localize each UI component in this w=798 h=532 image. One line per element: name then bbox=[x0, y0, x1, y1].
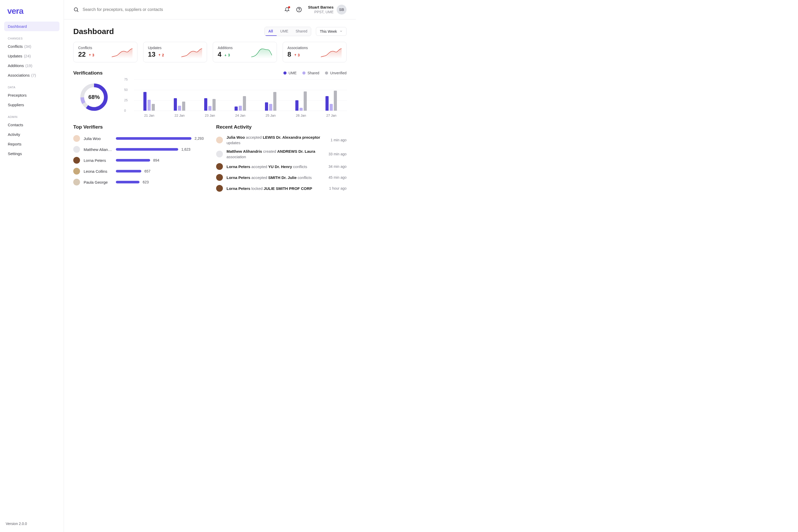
bar bbox=[269, 104, 272, 111]
sidebar-item-count: (7) bbox=[31, 73, 36, 77]
sidebar-section-label: CHANGES bbox=[4, 31, 59, 41]
sidebar-item-activity[interactable]: Activity bbox=[4, 130, 59, 139]
sidebar-item-updates[interactable]: Updates(24) bbox=[4, 51, 59, 61]
stat-card-conflicts[interactable]: Conflicts22 3 bbox=[73, 42, 137, 62]
version-label: Version 2.0.0 bbox=[4, 519, 59, 527]
x-label: 22 Jan bbox=[174, 114, 185, 117]
sidebar-item-count: (19) bbox=[25, 63, 33, 68]
bar bbox=[300, 108, 303, 111]
verifications-title: Verifications bbox=[73, 70, 102, 76]
sidebar-item-label: Settings bbox=[8, 151, 22, 156]
y-tick: 75 bbox=[124, 78, 128, 81]
bar-group bbox=[234, 96, 246, 111]
x-label: 27 Jan bbox=[326, 114, 336, 117]
stat-card-updates[interactable]: Updates13 2 bbox=[143, 42, 207, 62]
topbar: Stuart Barnes PPST, UME SB bbox=[64, 0, 356, 19]
range-select[interactable]: This Week bbox=[316, 27, 346, 36]
sparkline-icon bbox=[236, 46, 272, 58]
bar bbox=[234, 107, 238, 111]
sidebar-item-dashboard[interactable]: Dashboard bbox=[4, 22, 59, 31]
activity-text: Matthew AlihandriscreatedANDREWS Dr. Lau… bbox=[227, 149, 325, 159]
verifier-row[interactable]: Julia Woo2,293 bbox=[73, 133, 204, 144]
verifier-bar bbox=[116, 159, 150, 162]
bar bbox=[148, 100, 151, 111]
sparkline-icon bbox=[97, 46, 132, 58]
svg-line-1 bbox=[77, 11, 78, 12]
search-input[interactable] bbox=[82, 7, 279, 12]
activity-row[interactable]: Julia WooacceptedLEWIS Dr. Alexandra pre… bbox=[216, 133, 346, 147]
verification-donut: 68% bbox=[73, 79, 115, 116]
user-menu[interactable]: Stuart Barnes PPST, UME SB bbox=[308, 5, 346, 15]
verifier-row[interactable]: Matthew Aliandr...1,623 bbox=[73, 144, 204, 155]
stat-label: Conflicts bbox=[78, 46, 94, 50]
avatar bbox=[216, 137, 223, 144]
svg-point-0 bbox=[74, 8, 78, 11]
activity-row[interactable]: Matthew AlihandriscreatedANDREWS Dr. Lau… bbox=[216, 147, 346, 161]
verifier-bar bbox=[116, 137, 191, 140]
verifier-row[interactable]: Paula George623 bbox=[73, 177, 204, 188]
stat-card-additions[interactable]: Additions4 3 bbox=[213, 42, 277, 62]
sidebar-item-settings[interactable]: Settings bbox=[4, 149, 59, 158]
activity-row[interactable]: Lorna PetersacceptedSMITH Dr. Julieconfl… bbox=[216, 172, 346, 183]
verifier-bar bbox=[116, 170, 141, 172]
sidebar-item-conflicts[interactable]: Conflicts(34) bbox=[4, 41, 59, 51]
activity-row[interactable]: Lorna PetersacceptedYU Dr. Henryconflict… bbox=[216, 161, 346, 172]
bar-group bbox=[204, 98, 215, 111]
verifier-row[interactable]: Lorna Peters894 bbox=[73, 155, 204, 166]
sidebar-item-label: Additions bbox=[8, 63, 24, 68]
bar bbox=[304, 92, 307, 111]
sidebar-item-label: Dashboard bbox=[8, 24, 27, 28]
filter-tab-shared[interactable]: Shared bbox=[292, 27, 311, 36]
verifier-name: Leona Collins bbox=[84, 169, 112, 173]
activity-text: Julia WooacceptedLEWIS Dr. Alexandra pre… bbox=[227, 135, 327, 145]
filter-tab-all[interactable]: All bbox=[265, 27, 277, 36]
user-name: Stuart Barnes bbox=[308, 5, 334, 10]
bar bbox=[174, 98, 177, 111]
stat-card-associations[interactable]: Associations8 3 bbox=[283, 42, 347, 62]
range-selected-label: This Week bbox=[320, 30, 337, 34]
avatar bbox=[216, 174, 223, 181]
user-role: PPST, UME bbox=[308, 10, 334, 15]
brand-logo: vera bbox=[4, 6, 59, 22]
legend-unverified: Unverified bbox=[330, 71, 346, 75]
x-label: 25 Jan bbox=[265, 114, 276, 117]
activity-time: 1 hour ago bbox=[329, 186, 346, 190]
activity-time: 33 min ago bbox=[329, 152, 346, 156]
verifier-row[interactable]: Leona Collins657 bbox=[73, 166, 204, 177]
sidebar-item-contacts[interactable]: Contacts bbox=[4, 120, 59, 130]
sidebar-item-reports[interactable]: Reports bbox=[4, 139, 59, 149]
help-icon[interactable] bbox=[296, 7, 302, 13]
verification-barchart: 0255075 21 Jan22 Jan23 Jan24 Jan25 Jan26… bbox=[124, 79, 346, 116]
stat-cards: Conflicts22 3Updates13 2Additions4 3Asso… bbox=[73, 42, 346, 62]
verifier-name: Julia Woo bbox=[84, 136, 112, 141]
bar bbox=[212, 99, 215, 111]
avatar bbox=[73, 179, 80, 186]
sidebar-item-label: Conflicts bbox=[8, 44, 23, 49]
sparkline-icon bbox=[167, 46, 202, 58]
chart-legend: UME Shared Unverified bbox=[283, 71, 346, 75]
bar-group bbox=[144, 92, 155, 111]
y-tick: 0 bbox=[124, 109, 126, 113]
sidebar-item-additions[interactable]: Additions(19) bbox=[4, 61, 59, 70]
bar-group bbox=[296, 92, 307, 111]
sidebar-item-suppliers[interactable]: Suppliers bbox=[4, 100, 59, 110]
search-icon[interactable] bbox=[73, 7, 79, 13]
notifications-icon[interactable] bbox=[284, 7, 290, 13]
activity-row[interactable]: Lorna PeterslockedJULIE SMITH PROF CORP1… bbox=[216, 183, 346, 194]
x-label: 23 Jan bbox=[205, 114, 215, 117]
filter-tab-ume[interactable]: UME bbox=[277, 27, 292, 36]
sidebar-item-associations[interactable]: Associations(7) bbox=[4, 70, 59, 80]
sidebar-nav: DashboardCHANGESConflicts(34)Updates(24)… bbox=[4, 22, 59, 158]
verifier-name: Matthew Aliandr... bbox=[84, 147, 112, 152]
filter-tabs: AllUMEShared bbox=[264, 27, 311, 36]
bar-group bbox=[265, 92, 277, 111]
bar bbox=[330, 104, 333, 111]
verifier-bar bbox=[116, 181, 139, 184]
sidebar-section-label: ADMIN bbox=[4, 110, 59, 120]
bar bbox=[152, 104, 155, 111]
sparkline-icon bbox=[311, 46, 342, 58]
recent-activity-title: Recent Activity bbox=[216, 124, 346, 130]
verifier-bar bbox=[116, 148, 178, 151]
avatar bbox=[216, 185, 223, 192]
sidebar-item-preceptors[interactable]: Preceptors bbox=[4, 90, 59, 100]
